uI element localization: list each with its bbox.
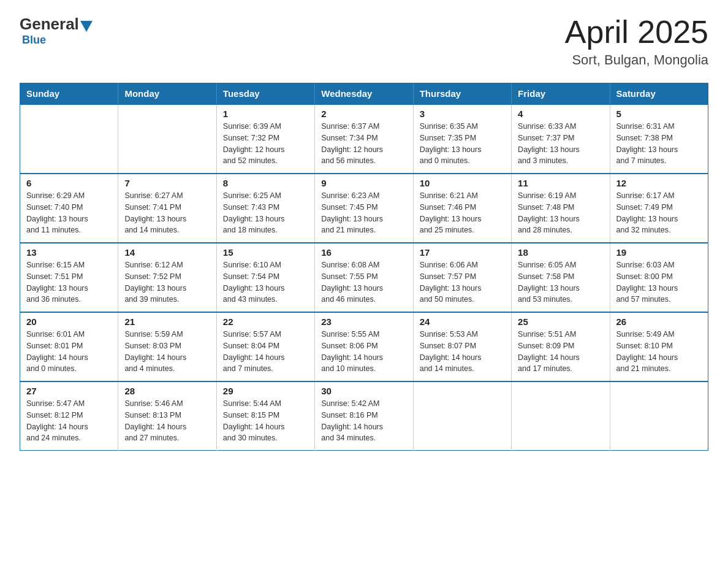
calendar-cell <box>512 381 610 451</box>
day-number: 29 <box>223 386 308 396</box>
day-info: Sunrise: 6:29 AM Sunset: 7:40 PM Dayligh… <box>26 190 112 236</box>
header: General Blue April 2025 Sort, Bulgan, Mo… <box>20 15 708 68</box>
day-info: Sunrise: 6:35 AM Sunset: 7:35 PM Dayligh… <box>420 121 505 167</box>
day-number: 17 <box>420 247 505 258</box>
day-number: 24 <box>420 316 505 327</box>
calendar-header-row: SundayMondayTuesdayWednesdayThursdayFrid… <box>20 83 708 105</box>
logo-general-text: General <box>20 15 79 34</box>
day-of-week-header: Tuesday <box>216 83 314 105</box>
calendar-cell: 28Sunrise: 5:46 AM Sunset: 8:13 PM Dayli… <box>118 381 216 451</box>
day-number: 25 <box>518 316 603 327</box>
day-of-week-header: Saturday <box>610 83 708 105</box>
calendar-cell: 25Sunrise: 5:51 AM Sunset: 8:09 PM Dayli… <box>512 312 610 381</box>
day-of-week-header: Friday <box>512 83 610 105</box>
calendar-cell: 10Sunrise: 6:21 AM Sunset: 7:46 PM Dayli… <box>413 174 511 243</box>
calendar-cell: 29Sunrise: 5:44 AM Sunset: 8:15 PM Dayli… <box>216 381 314 451</box>
day-info: Sunrise: 6:15 AM Sunset: 7:51 PM Dayligh… <box>26 259 112 305</box>
calendar-cell <box>413 381 511 451</box>
day-info: Sunrise: 5:53 AM Sunset: 8:07 PM Dayligh… <box>420 329 505 375</box>
day-info: Sunrise: 5:42 AM Sunset: 8:16 PM Dayligh… <box>321 398 406 444</box>
title-block: April 2025 Sort, Bulgan, Mongolia <box>565 15 708 68</box>
calendar-subtitle: Sort, Bulgan, Mongolia <box>565 52 708 68</box>
calendar-cell <box>20 104 118 174</box>
calendar-cell: 9Sunrise: 6:23 AM Sunset: 7:45 PM Daylig… <box>315 174 413 243</box>
day-number: 30 <box>321 386 406 396</box>
calendar-cell: 24Sunrise: 5:53 AM Sunset: 8:07 PM Dayli… <box>413 312 511 381</box>
day-number: 8 <box>223 178 308 188</box>
calendar-cell: 23Sunrise: 5:55 AM Sunset: 8:06 PM Dayli… <box>315 312 413 381</box>
day-number: 22 <box>223 316 308 327</box>
day-number: 27 <box>26 386 112 396</box>
day-number: 11 <box>518 178 603 188</box>
day-info: Sunrise: 6:27 AM Sunset: 7:41 PM Dayligh… <box>124 190 210 236</box>
day-number: 1 <box>223 109 308 119</box>
day-info: Sunrise: 6:37 AM Sunset: 7:34 PM Dayligh… <box>321 121 406 167</box>
day-info: Sunrise: 5:55 AM Sunset: 8:06 PM Dayligh… <box>321 329 406 375</box>
calendar-cell: 6Sunrise: 6:29 AM Sunset: 7:40 PM Daylig… <box>20 174 118 243</box>
calendar-cell: 17Sunrise: 6:06 AM Sunset: 7:57 PM Dayli… <box>413 243 511 312</box>
day-info: Sunrise: 5:57 AM Sunset: 8:04 PM Dayligh… <box>223 329 308 375</box>
day-number: 3 <box>420 109 505 119</box>
day-number: 16 <box>321 247 406 258</box>
day-number: 19 <box>616 247 702 258</box>
day-of-week-header: Monday <box>118 83 216 105</box>
calendar-cell: 13Sunrise: 6:15 AM Sunset: 7:51 PM Dayli… <box>20 243 118 312</box>
day-of-week-header: Thursday <box>413 83 511 105</box>
logo-triangle-icon <box>80 21 93 32</box>
calendar-week-row: 6Sunrise: 6:29 AM Sunset: 7:40 PM Daylig… <box>20 174 708 243</box>
day-number: 18 <box>518 247 603 258</box>
day-info: Sunrise: 5:46 AM Sunset: 8:13 PM Dayligh… <box>124 398 210 444</box>
day-number: 28 <box>124 386 210 396</box>
logo: General Blue <box>20 15 94 47</box>
calendar-cell: 1Sunrise: 6:39 AM Sunset: 7:32 PM Daylig… <box>216 104 314 174</box>
day-of-week-header: Sunday <box>20 83 118 105</box>
calendar-cell: 21Sunrise: 5:59 AM Sunset: 8:03 PM Dayli… <box>118 312 216 381</box>
day-info: Sunrise: 5:44 AM Sunset: 8:15 PM Dayligh… <box>223 398 308 444</box>
calendar-table: SundayMondayTuesdayWednesdayThursdayFrid… <box>20 83 708 451</box>
day-info: Sunrise: 6:05 AM Sunset: 7:58 PM Dayligh… <box>518 259 603 305</box>
day-number: 4 <box>518 109 603 119</box>
calendar-cell <box>610 381 708 451</box>
day-info: Sunrise: 5:47 AM Sunset: 8:12 PM Dayligh… <box>26 398 112 444</box>
calendar-cell: 20Sunrise: 6:01 AM Sunset: 8:01 PM Dayli… <box>20 312 118 381</box>
day-number: 6 <box>26 178 112 188</box>
day-of-week-header: Wednesday <box>315 83 413 105</box>
calendar-cell: 26Sunrise: 5:49 AM Sunset: 8:10 PM Dayli… <box>610 312 708 381</box>
day-info: Sunrise: 6:06 AM Sunset: 7:57 PM Dayligh… <box>420 259 505 305</box>
day-number: 7 <box>124 178 210 188</box>
calendar-cell: 30Sunrise: 5:42 AM Sunset: 8:16 PM Dayli… <box>315 381 413 451</box>
calendar-cell: 8Sunrise: 6:25 AM Sunset: 7:43 PM Daylig… <box>216 174 314 243</box>
logo-blue-text: Blue <box>22 34 46 47</box>
day-number: 12 <box>616 178 702 188</box>
day-number: 10 <box>420 178 505 188</box>
day-info: Sunrise: 6:31 AM Sunset: 7:38 PM Dayligh… <box>616 121 702 167</box>
day-number: 15 <box>223 247 308 258</box>
day-number: 23 <box>321 316 406 327</box>
calendar-cell: 18Sunrise: 6:05 AM Sunset: 7:58 PM Dayli… <box>512 243 610 312</box>
day-info: Sunrise: 6:33 AM Sunset: 7:37 PM Dayligh… <box>518 121 603 167</box>
calendar-cell: 4Sunrise: 6:33 AM Sunset: 7:37 PM Daylig… <box>512 104 610 174</box>
day-info: Sunrise: 6:03 AM Sunset: 8:00 PM Dayligh… <box>616 259 702 305</box>
calendar-cell: 27Sunrise: 5:47 AM Sunset: 8:12 PM Dayli… <box>20 381 118 451</box>
calendar-cell: 22Sunrise: 5:57 AM Sunset: 8:04 PM Dayli… <box>216 312 314 381</box>
calendar-week-row: 13Sunrise: 6:15 AM Sunset: 7:51 PM Dayli… <box>20 243 708 312</box>
calendar-title: April 2025 <box>565 15 708 50</box>
calendar-cell: 14Sunrise: 6:12 AM Sunset: 7:52 PM Dayli… <box>118 243 216 312</box>
calendar-cell: 5Sunrise: 6:31 AM Sunset: 7:38 PM Daylig… <box>610 104 708 174</box>
day-info: Sunrise: 6:12 AM Sunset: 7:52 PM Dayligh… <box>124 259 210 305</box>
calendar-cell: 12Sunrise: 6:17 AM Sunset: 7:49 PM Dayli… <box>610 174 708 243</box>
day-info: Sunrise: 6:25 AM Sunset: 7:43 PM Dayligh… <box>223 190 308 236</box>
calendar-week-row: 27Sunrise: 5:47 AM Sunset: 8:12 PM Dayli… <box>20 381 708 451</box>
day-info: Sunrise: 5:51 AM Sunset: 8:09 PM Dayligh… <box>518 329 603 375</box>
day-info: Sunrise: 6:19 AM Sunset: 7:48 PM Dayligh… <box>518 190 603 236</box>
day-number: 2 <box>321 109 406 119</box>
day-number: 26 <box>616 316 702 327</box>
calendar-cell: 16Sunrise: 6:08 AM Sunset: 7:55 PM Dayli… <box>315 243 413 312</box>
calendar-week-row: 1Sunrise: 6:39 AM Sunset: 7:32 PM Daylig… <box>20 104 708 174</box>
calendar-cell: 15Sunrise: 6:10 AM Sunset: 7:54 PM Dayli… <box>216 243 314 312</box>
day-number: 14 <box>124 247 210 258</box>
day-info: Sunrise: 6:23 AM Sunset: 7:45 PM Dayligh… <box>321 190 406 236</box>
calendar-cell: 7Sunrise: 6:27 AM Sunset: 7:41 PM Daylig… <box>118 174 216 243</box>
day-info: Sunrise: 6:17 AM Sunset: 7:49 PM Dayligh… <box>616 190 702 236</box>
day-info: Sunrise: 6:01 AM Sunset: 8:01 PM Dayligh… <box>26 329 112 375</box>
